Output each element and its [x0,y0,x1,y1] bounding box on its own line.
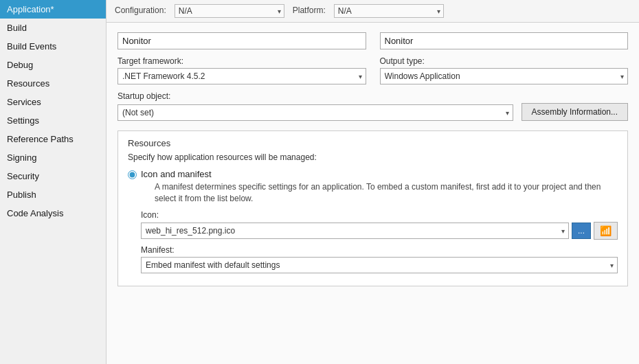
target-framework-select-wrapper: .NET Framework 4.5.2 [117,68,366,84]
icon-select[interactable]: web_hi_res_512.png.ico [141,223,569,239]
resources-description: Specify how application resources will b… [128,152,618,162]
startup-row: Startup object: (Not set) Assembly Infor… [117,91,628,121]
icon-select-wrapper: web_hi_res_512.png.ico [141,223,569,239]
startup-input-row: (Not set) Assembly Information... [117,103,628,121]
platform-label: Platform: [293,5,326,15]
sidebar-item-debug[interactable]: Debug [0,56,106,74]
main-panel: Configuration: N/A Platform: N/A T [106,0,639,364]
default-namespace-col [380,32,629,49]
icon-manifest-desc: A manifest determines specific settings … [155,181,618,205]
icon-manifest-label: Icon and manifest [141,169,212,179]
target-framework-select[interactable]: .NET Framework 4.5.2 [117,68,366,84]
sidebar-item-signing[interactable]: Signing [0,148,106,167]
assembly-info-button[interactable]: Assembly Information... [522,103,628,121]
output-type-select[interactable]: Windows Application [380,68,629,84]
wifi-icon: 📶 [600,225,612,236]
output-type-col: Output type: Windows Application [380,56,629,84]
icon-field-group: Icon: web_hi_res_512.png.ico ... 📶 [141,210,618,240]
icon-manifest-radio[interactable] [128,170,137,179]
configuration-label: Configuration: [115,5,166,15]
platform-select[interactable]: N/A [334,4,444,18]
top-bar: Configuration: N/A Platform: N/A [106,0,639,23]
manifest-field-group: Manifest: Embed manifest with default se… [141,245,618,273]
resources-section: Resources Specify how application resour… [117,130,628,286]
target-framework-col: Target framework: .NET Framework 4.5.2 [117,56,366,84]
manifest-select-wrapper: Embed manifest with default settings [141,257,618,273]
sidebar-item-code-analysis[interactable]: Code Analysis [0,204,106,223]
icon-manifest-option: Icon and manifest A manifest determines … [128,169,618,273]
sidebar-item-build-events[interactable]: Build Events [0,37,106,56]
configuration-select-wrapper: N/A [175,4,284,18]
target-framework-label: Target framework: [117,56,366,66]
icon-manifest-label-group: Icon and manifest A manifest determines … [141,169,618,273]
sidebar-item-reference-paths[interactable]: Reference Paths [0,130,106,148]
resources-section-title: Resources [128,138,618,148]
sidebar: Application* Build Build Events Debug Re… [0,0,106,364]
icon-browse-button[interactable]: ... [572,223,591,239]
name-row [117,32,628,49]
output-type-label: Output type: [380,56,629,66]
sidebar-item-resources[interactable]: Resources [0,74,106,93]
platform-select-wrapper: N/A [334,4,444,18]
manifest-select[interactable]: Embed manifest with default settings [141,257,618,273]
sidebar-item-application[interactable]: Application* [0,0,106,19]
icon-input-row: web_hi_res_512.png.ico ... 📶 [141,222,618,240]
assembly-name-input[interactable] [117,32,366,49]
sidebar-item-security[interactable]: Security [0,167,106,185]
framework-output-row: Target framework: .NET Framework 4.5.2 O… [117,56,628,84]
sidebar-item-build[interactable]: Build [0,19,106,37]
output-type-select-wrapper: Windows Application [380,68,629,84]
sidebar-item-settings[interactable]: Settings [0,111,106,130]
assembly-name-col [117,32,366,49]
manifest-field-label: Manifest: [141,245,618,255]
startup-object-label: Startup object: [117,91,628,101]
default-namespace-input[interactable] [380,32,629,49]
content-area: Target framework: .NET Framework 4.5.2 O… [106,23,639,296]
configuration-select[interactable]: N/A [175,4,284,18]
wifi-icon-button[interactable]: 📶 [594,222,618,240]
sidebar-item-services[interactable]: Services [0,93,106,111]
startup-select-wrapper: (Not set) [117,104,513,121]
icon-field-label: Icon: [141,210,618,220]
startup-object-select[interactable]: (Not set) [117,104,513,121]
sidebar-item-publish[interactable]: Publish [0,185,106,204]
